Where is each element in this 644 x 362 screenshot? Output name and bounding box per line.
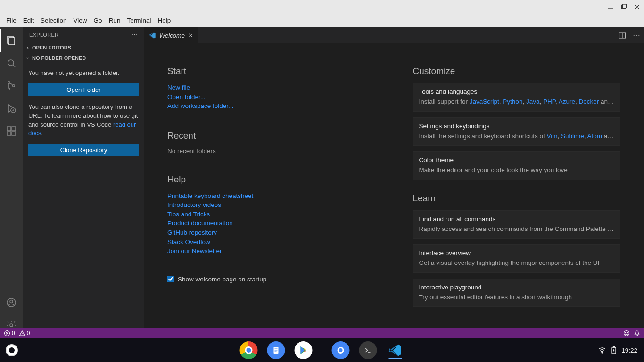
learn-card[interactable]: Interface overviewGet a visual overlay h… bbox=[413, 244, 621, 273]
svg-rect-10 bbox=[7, 132, 11, 135]
vscode-icon bbox=[149, 32, 156, 39]
workbench: EXPLORER ⋯ ›OPEN EDITORS ›NO FOLDER OPEN… bbox=[0, 27, 644, 338]
customize-card[interactable]: Tools and languagesInstall support for J… bbox=[413, 83, 621, 112]
svg-point-6 bbox=[8, 88, 10, 90]
svg-point-15 bbox=[10, 324, 13, 327]
close-button[interactable] bbox=[634, 4, 640, 10]
show-welcome-checkbox[interactable] bbox=[167, 276, 174, 282]
customize-card[interactable]: Settings and keybindingsInstall the sett… bbox=[413, 117, 621, 146]
section-open-editors-label: OPEN EDITORS bbox=[32, 45, 71, 50]
taskbar-separator bbox=[322, 345, 322, 356]
minimize-button[interactable] bbox=[607, 4, 614, 10]
activity-accounts[interactable] bbox=[0, 291, 23, 314]
chevron-right-icon: › bbox=[25, 45, 31, 50]
help-cheatsheet[interactable]: Printable keyboard cheatsheet bbox=[167, 191, 375, 201]
taskbar-vscode[interactable] bbox=[387, 341, 405, 359]
card-desc: Install support for JavaScript, Python, … bbox=[419, 97, 615, 107]
svg-rect-12 bbox=[12, 127, 16, 131]
status-warnings[interactable]: 0 bbox=[19, 330, 30, 337]
help-docs[interactable]: Product documentation bbox=[167, 219, 375, 228]
tab-welcome[interactable]: Welcome ✕ bbox=[144, 27, 198, 43]
card-link[interactable]: Java bbox=[526, 98, 540, 105]
activity-extensions[interactable] bbox=[0, 120, 23, 142]
tray-wifi-icon[interactable] bbox=[598, 346, 606, 354]
svg-point-20 bbox=[627, 332, 627, 333]
status-feedback-icon[interactable] bbox=[623, 330, 630, 337]
help-newsletter[interactable]: Join our Newsletter bbox=[167, 247, 375, 256]
card-desc: Install the settings and keyboard shortc… bbox=[419, 132, 615, 141]
open-folder-button[interactable]: Open Folder bbox=[28, 83, 139, 96]
card-link[interactable]: Azure bbox=[559, 98, 575, 105]
taskbar-files[interactable] bbox=[332, 341, 350, 359]
split-editor-icon[interactable] bbox=[619, 32, 626, 39]
learn-card[interactable]: Find and run all commandsRapidly access … bbox=[413, 210, 621, 239]
svg-point-24 bbox=[602, 352, 603, 353]
customize-card[interactable]: Color themeMake the editor and your code… bbox=[413, 151, 621, 180]
tab-close-icon[interactable]: ✕ bbox=[188, 32, 193, 39]
tab-label: Welcome bbox=[159, 32, 185, 39]
taskbar-terminal[interactable] bbox=[359, 341, 377, 359]
show-welcome-checkbox-row[interactable]: Show welcome page on startup bbox=[167, 276, 375, 283]
activity-search[interactable] bbox=[0, 52, 23, 74]
taskbar-chrome[interactable] bbox=[240, 341, 258, 359]
card-link[interactable]: Atom bbox=[587, 132, 602, 140]
activity-scm[interactable] bbox=[0, 74, 23, 97]
welcome-page: Start New file Open folder... Add worksp… bbox=[144, 43, 644, 338]
menu-selection[interactable]: Selection bbox=[37, 15, 70, 26]
menu-terminal[interactable]: Terminal bbox=[124, 15, 154, 26]
taskbar-docs[interactable] bbox=[267, 341, 285, 359]
section-open-editors[interactable]: ›OPEN EDITORS bbox=[23, 42, 144, 53]
menu-run[interactable]: Run bbox=[106, 15, 124, 26]
clone-help-text: You can also clone a repository from a U… bbox=[28, 103, 139, 138]
activity-debug[interactable] bbox=[0, 97, 23, 120]
window-titlebar bbox=[0, 0, 644, 14]
help-stackoverflow[interactable]: Stack Overflow bbox=[167, 238, 375, 247]
help-github[interactable]: GitHub repository bbox=[167, 228, 375, 238]
svg-rect-26 bbox=[613, 346, 615, 347]
card-link[interactable]: Python bbox=[503, 98, 522, 105]
svg-point-18 bbox=[624, 331, 629, 336]
no-folder-body: You have not yet opened a folder. Open F… bbox=[23, 63, 144, 162]
card-link[interactable]: Sublime bbox=[561, 132, 584, 140]
start-open-folder[interactable]: Open folder... bbox=[167, 92, 375, 102]
help-tips[interactable]: Tips and Tricks bbox=[167, 210, 375, 219]
learn-heading: Learn bbox=[413, 193, 621, 204]
card-link[interactable]: Docker bbox=[579, 98, 599, 105]
menu-file[interactable]: File bbox=[3, 15, 20, 26]
menu-view[interactable]: View bbox=[70, 15, 91, 26]
status-bell-icon[interactable] bbox=[634, 330, 640, 337]
card-desc: Rapidly access and search commands from … bbox=[419, 224, 615, 234]
card-link[interactable]: PHP bbox=[543, 98, 555, 105]
card-title: Find and run all commands bbox=[419, 215, 615, 222]
start-add-workspace[interactable]: Add workspace folder... bbox=[167, 101, 375, 111]
menu-go[interactable]: Go bbox=[91, 15, 106, 26]
svg-point-4 bbox=[8, 60, 14, 66]
card-title: Interactive playground bbox=[419, 284, 615, 291]
launcher-button[interactable] bbox=[0, 338, 24, 362]
card-link[interactable]: Vim bbox=[546, 132, 557, 140]
menu-edit[interactable]: Edit bbox=[20, 15, 37, 26]
tray-battery-icon[interactable] bbox=[611, 346, 617, 354]
card-title: Interface overview bbox=[419, 249, 615, 256]
status-errors[interactable]: 0 bbox=[4, 330, 15, 337]
editor-more-icon[interactable]: ⋯ bbox=[633, 31, 640, 40]
activitybar bbox=[0, 27, 23, 338]
recent-empty: No recent folders bbox=[167, 148, 375, 155]
start-heading: Start bbox=[167, 66, 375, 76]
sidebar-title: EXPLORER bbox=[29, 32, 58, 38]
activity-explorer[interactable] bbox=[0, 29, 23, 52]
maximize-button[interactable] bbox=[620, 4, 627, 10]
sidebar-more-icon[interactable]: ⋯ bbox=[132, 32, 137, 38]
taskbar-playstore[interactable] bbox=[295, 341, 313, 359]
card-link[interactable]: JavaScript bbox=[470, 98, 499, 105]
start-new-file[interactable]: New file bbox=[167, 83, 375, 92]
help-videos[interactable]: Introductory videos bbox=[167, 200, 375, 210]
tray-clock[interactable]: 19:22 bbox=[621, 347, 637, 354]
learn-card[interactable]: Interactive playgroundTry out essential … bbox=[413, 279, 621, 307]
card-title: Tools and languages bbox=[419, 88, 615, 95]
card-link-more[interactable]: more bbox=[613, 98, 614, 105]
menubar: File Edit Selection View Go Run Terminal… bbox=[0, 14, 644, 27]
menu-help[interactable]: Help bbox=[154, 15, 174, 26]
clone-repository-button[interactable]: Clone Repository bbox=[28, 144, 139, 156]
section-no-folder[interactable]: ›NO FOLDER OPENED bbox=[23, 53, 144, 63]
